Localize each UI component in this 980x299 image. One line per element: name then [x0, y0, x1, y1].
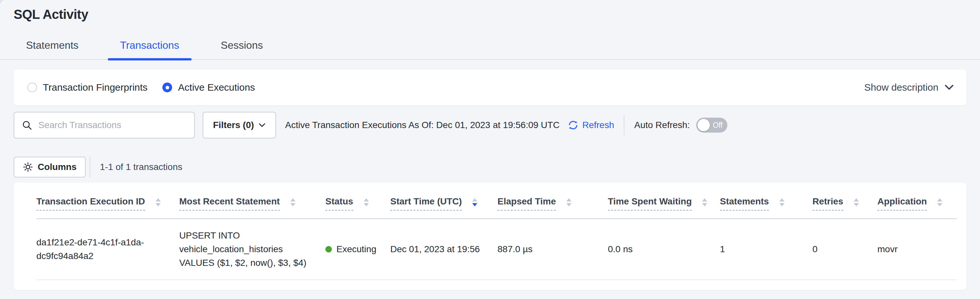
sort-icon: [937, 198, 942, 206]
view-mode-radio-group: Transaction Fingerprints Active Executio…: [27, 82, 255, 93]
cell-time-spent-waiting: 0.0 ns: [608, 243, 720, 256]
radio-transaction-fingerprints[interactable]: Transaction Fingerprints: [27, 82, 148, 93]
cell-statements: 1: [720, 243, 813, 256]
column-header-application[interactable]: Application: [877, 196, 957, 211]
cell-retries: 0: [813, 243, 877, 256]
chevron-down-icon: [944, 84, 954, 91]
sql-activity-page: SQL Activity Statements Transactions Ses…: [0, 0, 980, 299]
show-description-label: Show description: [864, 82, 939, 93]
toggle-knob: [697, 119, 710, 131]
page-header: SQL Activity Statements Transactions Ses…: [0, 0, 980, 60]
column-header-start-time[interactable]: Start Time (UTC): [390, 196, 498, 211]
radio-unselected-icon: [27, 83, 37, 92]
view-mode-card: Transaction Fingerprints Active Executio…: [14, 70, 966, 105]
as-of-timestamp: Active Transaction Executions As Of: Dec…: [285, 120, 560, 130]
sort-icon: [566, 198, 571, 206]
column-header-time-spent-waiting[interactable]: Time Spent Waiting: [608, 196, 720, 211]
radio-label: Active Executions: [178, 82, 255, 93]
column-header-elapsed-time[interactable]: Elapsed Time: [498, 196, 608, 211]
columns-button-label: Columns: [38, 162, 76, 172]
sort-icon: [364, 198, 369, 206]
column-header-statements[interactable]: Statements: [720, 196, 813, 211]
table-row: da1f21e2-de71-4c1f-a1da- dc9fc94a84a2 UP…: [37, 219, 957, 280]
tab-statements[interactable]: Statements: [14, 39, 91, 59]
auto-refresh-toggle[interactable]: Off: [696, 118, 727, 133]
sort-desc-icon: [472, 198, 477, 206]
columns-button[interactable]: Columns: [14, 157, 86, 177]
tab-sessions[interactable]: Sessions: [208, 39, 275, 59]
sort-icon: [290, 198, 296, 206]
toolbar-divider: [624, 115, 624, 135]
results-row: Columns 1-1 of 1 transactions: [14, 157, 966, 177]
sort-icon: [854, 198, 859, 206]
transactions-table: Transaction Execution ID Most Recent Sta…: [14, 183, 966, 290]
cell-application: movr: [877, 243, 957, 256]
column-header-retries[interactable]: Retries: [813, 196, 877, 211]
page-title: SQL Activity: [14, 7, 966, 22]
sort-icon: [702, 198, 707, 206]
column-header-transaction-execution-id[interactable]: Transaction Execution ID: [37, 196, 179, 211]
show-description-toggle[interactable]: Show description: [864, 82, 954, 93]
chevron-down-icon: [258, 123, 266, 127]
tab-bar: Statements Transactions Sessions: [0, 39, 980, 60]
cell-start-time: Dec 01, 2023 at 19:56: [390, 243, 498, 256]
table-header-row: Transaction Execution ID Most Recent Sta…: [37, 183, 957, 219]
results-count: 1-1 of 1 transactions: [100, 162, 183, 172]
filters-button-label: Filters (0): [213, 120, 254, 130]
sort-icon: [156, 198, 161, 206]
auto-refresh-label: Auto Refresh:: [634, 120, 690, 130]
executing-status-dot-icon: [325, 246, 332, 253]
cell-elapsed-time: 887.0 µs: [498, 243, 608, 256]
radio-selected-icon: [162, 83, 172, 92]
refresh-icon: [567, 119, 579, 131]
filters-button[interactable]: Filters (0): [203, 112, 276, 138]
column-header-status[interactable]: Status: [325, 196, 390, 211]
search-icon: [21, 120, 32, 131]
tab-transactions[interactable]: Transactions: [108, 39, 192, 59]
sort-icon: [780, 198, 784, 206]
refresh-button[interactable]: Refresh: [567, 119, 614, 131]
gear-icon: [23, 162, 33, 172]
search-input[interactable]: [38, 120, 181, 130]
cell-most-recent-statement: UPSERT INTO vehicle_location_histories V…: [179, 229, 325, 270]
cell-transaction-execution-id[interactable]: da1f21e2-de71-4c1f-a1da- dc9fc94a84a2: [37, 236, 179, 263]
search-box: [14, 112, 195, 138]
column-header-most-recent-statement[interactable]: Most Recent Statement: [179, 196, 325, 211]
status-label: Executing: [336, 243, 376, 256]
radio-active-executions[interactable]: Active Executions: [162, 82, 255, 93]
refresh-label: Refresh: [582, 120, 614, 130]
toolbar: Filters (0) Active Transaction Execution…: [14, 112, 966, 138]
cell-status: Executing: [325, 243, 390, 256]
toggle-state-label: Off: [713, 121, 722, 130]
results-divider: [90, 157, 90, 177]
radio-label: Transaction Fingerprints: [43, 82, 148, 93]
